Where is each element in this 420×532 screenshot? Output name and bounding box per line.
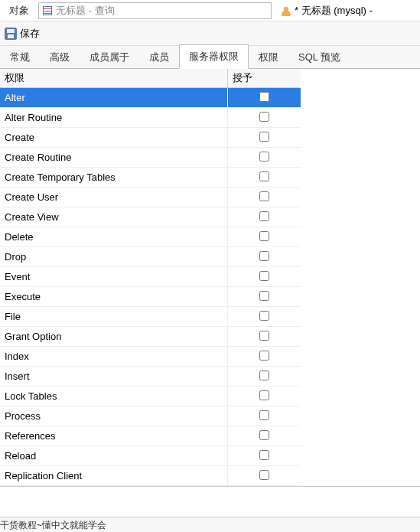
- permission-grant-cell: [227, 406, 301, 426]
- permission-name: Delete: [0, 227, 227, 247]
- table-row[interactable]: Alter Routine: [0, 108, 301, 128]
- permission-name: References: [0, 426, 227, 446]
- permission-name: Create Temporary Tables: [0, 168, 227, 188]
- permission-name: Replication Client: [0, 466, 227, 486]
- search-placeholder: 无标题 - 查询: [56, 4, 115, 18]
- grant-checkbox[interactable]: [259, 351, 269, 361]
- permission-grant-cell: [227, 128, 301, 148]
- permission-name: Create Routine: [0, 148, 227, 168]
- table-row[interactable]: Create Temporary Tables: [0, 168, 301, 188]
- table-row[interactable]: Reload: [0, 446, 301, 466]
- table-row[interactable]: Lock Tables: [0, 387, 301, 406]
- grant-checkbox[interactable]: [259, 251, 269, 261]
- table-row[interactable]: Replication Client: [0, 466, 301, 486]
- table-row[interactable]: Create User: [0, 188, 301, 207]
- tab-4[interactable]: 服务器权限: [179, 44, 249, 69]
- grant-checkbox[interactable]: [259, 132, 269, 142]
- permission-grant-cell: [227, 247, 301, 267]
- tab-5[interactable]: 权限: [249, 45, 288, 69]
- permission-grant-cell: [227, 287, 301, 307]
- table-row[interactable]: Index: [0, 347, 301, 367]
- grant-checkbox[interactable]: [259, 171, 269, 181]
- permission-grant-cell: [227, 426, 301, 446]
- grant-checkbox[interactable]: [259, 370, 269, 380]
- window-title: * 无标题 (mysql) -: [295, 4, 373, 18]
- permission-grant-cell: [227, 466, 301, 486]
- table-row[interactable]: Insert: [0, 367, 301, 387]
- table-row[interactable]: Grant Option: [0, 327, 301, 347]
- grant-checkbox[interactable]: [259, 231, 269, 241]
- table-row[interactable]: Event: [0, 267, 301, 287]
- grant-checkbox[interactable]: [259, 430, 269, 440]
- permission-name: Process: [0, 406, 227, 426]
- permission-name: Lock Tables: [0, 387, 227, 406]
- grant-checkbox[interactable]: [259, 331, 269, 341]
- grant-checkbox[interactable]: [259, 92, 269, 102]
- permissions-table-wrap: 权限 授予 AlterAlter RoutineCreateCreate Rou…: [0, 69, 420, 487]
- table-row[interactable]: Alter: [0, 88, 301, 108]
- table-row[interactable]: Execute: [0, 287, 301, 307]
- window-title-tab[interactable]: * 无标题 (mysql) -: [276, 0, 377, 21]
- table-row[interactable]: Create: [0, 128, 301, 148]
- permission-name: Execute: [0, 287, 227, 307]
- tab-6[interactable]: SQL 预览: [288, 45, 350, 69]
- permission-grant-cell: [227, 367, 301, 387]
- permission-name: Reload: [0, 446, 227, 466]
- footer-text: 干货教程~懂中文就能学会: [0, 520, 106, 530]
- permission-name: Index: [0, 347, 227, 367]
- toolbar: 保存: [0, 21, 420, 46]
- permission-name: Create View: [0, 207, 227, 227]
- permission-grant-cell: [227, 446, 301, 466]
- save-icon: [5, 28, 17, 40]
- permission-grant-cell: [227, 207, 301, 227]
- permissions-table: 权限 授予 AlterAlter RoutineCreateCreate Rou…: [0, 69, 301, 486]
- col-header-grant[interactable]: 授予: [227, 69, 301, 88]
- top-bar: 对象 无标题 - 查询 * 无标题 (mysql) -: [0, 0, 420, 21]
- permission-name: Grant Option: [0, 327, 227, 347]
- permission-name: Create: [0, 128, 227, 148]
- object-label: 对象: [0, 4, 38, 18]
- save-button[interactable]: 保存: [20, 27, 40, 41]
- grant-checkbox[interactable]: [259, 271, 269, 281]
- permission-name: Alter Routine: [0, 108, 227, 128]
- tab-2[interactable]: 成员属于: [80, 45, 139, 69]
- table-row[interactable]: Delete: [0, 227, 301, 247]
- table-row[interactable]: Create View: [0, 207, 301, 227]
- tab-1[interactable]: 高级: [40, 45, 80, 69]
- grant-checkbox[interactable]: [259, 211, 269, 221]
- table-row[interactable]: Create Routine: [0, 148, 301, 168]
- permission-grant-cell: [227, 108, 301, 128]
- grant-checkbox[interactable]: [259, 450, 269, 460]
- grant-checkbox[interactable]: [259, 291, 269, 301]
- permission-grant-cell: [227, 387, 301, 406]
- permission-name: Create User: [0, 188, 227, 207]
- permission-name: Alter: [0, 88, 227, 108]
- permission-grant-cell: [227, 168, 301, 188]
- grant-checkbox[interactable]: [259, 390, 269, 400]
- grant-checkbox[interactable]: [259, 311, 269, 321]
- table-row[interactable]: References: [0, 426, 301, 446]
- permission-grant-cell: [227, 148, 301, 168]
- grant-checkbox[interactable]: [259, 470, 269, 480]
- user-icon: [281, 5, 291, 16]
- grant-checkbox[interactable]: [259, 410, 269, 420]
- table-row[interactable]: Drop: [0, 247, 301, 267]
- tabs: 常规高级成员属于成员服务器权限权限SQL 预览: [0, 46, 420, 69]
- tab-0[interactable]: 常规: [0, 45, 40, 69]
- table-row[interactable]: Process: [0, 406, 301, 426]
- permission-grant-cell: [227, 188, 301, 207]
- permission-grant-cell: [227, 88, 301, 108]
- grant-checkbox[interactable]: [259, 112, 269, 122]
- grant-checkbox[interactable]: [259, 152, 269, 162]
- table-row[interactable]: File: [0, 307, 301, 327]
- permission-grant-cell: [227, 347, 301, 367]
- permission-grant-cell: [227, 307, 301, 327]
- permission-name: Drop: [0, 247, 227, 267]
- permission-grant-cell: [227, 327, 301, 347]
- permission-name: Event: [0, 267, 227, 287]
- col-header-name[interactable]: 权限: [0, 69, 227, 88]
- permission-grant-cell: [227, 267, 301, 287]
- tab-3[interactable]: 成员: [139, 45, 179, 69]
- grant-checkbox[interactable]: [259, 191, 269, 201]
- search-input[interactable]: 无标题 - 查询: [38, 2, 272, 19]
